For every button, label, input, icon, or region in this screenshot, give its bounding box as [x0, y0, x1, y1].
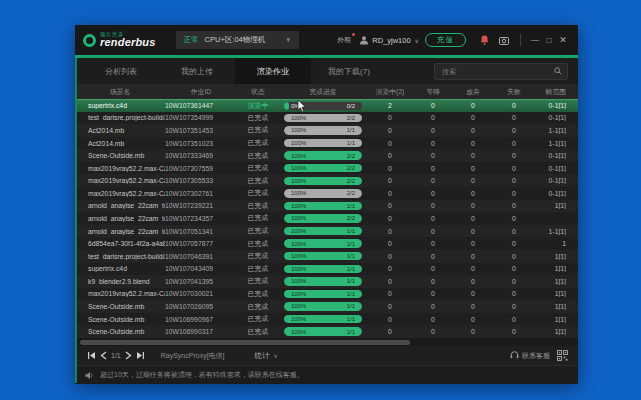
failed-count: 0: [493, 328, 535, 335]
waiting-count: 0: [413, 278, 453, 285]
column-header-rendering[interactable]: 渲染中(2): [367, 87, 413, 97]
progress-percent: 100%: [291, 278, 306, 284]
failed-count: 0: [493, 303, 535, 310]
failed-count: 0: [493, 215, 535, 222]
table-row[interactable]: arnold_anaylse_22cam_test... 10W10723435…: [75, 212, 578, 225]
table-row[interactable]: max2019vray52.2.max-Cam... 10W107305533 …: [75, 174, 578, 187]
last-page-button[interactable]: [135, 350, 147, 362]
waiting-count: 0: [413, 102, 453, 109]
job-id: 10W107051341: [165, 228, 237, 235]
notification-bell-icon[interactable]: [479, 35, 490, 46]
scrollbar-thumb[interactable]: [80, 340, 410, 345]
table-row[interactable]: arnold_anaylse_22cam_test... 10W10723922…: [75, 200, 578, 213]
progress-bar: 100% 1/1: [284, 202, 362, 211]
failed-count: 0: [493, 290, 535, 297]
table-row[interactable]: max2019vray52.2.max-Cam... 10W107307559 …: [75, 162, 578, 175]
render-zone-dropdown[interactable]: 正常 CPU+区:04物理机 ▼: [176, 31, 300, 49]
scene-name: arnold_anaylse_22cam_test...: [75, 228, 165, 235]
table-row[interactable]: max2019vray52.2.max-Cam... 10W107302761 …: [75, 187, 578, 200]
column-header-status[interactable]: 状态: [237, 87, 279, 97]
column-header-failed[interactable]: 失败: [493, 87, 535, 97]
table-row[interactable]: Scene-Outside.mb 10W107333469 已完成 100% 2…: [75, 149, 578, 162]
abandoned-count: 0: [453, 215, 493, 222]
table-row[interactable]: Scene-Outside.mb 10W106990317 已完成 100% 1…: [75, 325, 578, 338]
abandoned-count: 0: [453, 328, 493, 335]
table-row[interactable]: supertrix.c4d 10W107361447 渲染中 0% 0/2 2 …: [75, 99, 578, 112]
progress-fill: [284, 102, 289, 111]
progress-percent: 100%: [291, 190, 306, 196]
status-label: 已完成: [237, 113, 279, 123]
qr-code-icon[interactable]: [557, 350, 568, 361]
abandoned-count: 0: [453, 127, 493, 134]
stats-dropdown[interactable]: 统计∨: [255, 351, 278, 361]
frame-range: 1[1]: [535, 303, 578, 310]
waiting-count: 0: [413, 253, 453, 260]
waiting-count: 0: [413, 328, 453, 335]
scene-name: Scene-Outside.mb: [75, 316, 165, 323]
status-label: 渲染中: [237, 101, 279, 111]
column-header-frames[interactable]: 帧范围: [535, 87, 578, 97]
search-input[interactable]: [440, 67, 554, 76]
waiting-count: 0: [413, 165, 453, 172]
progress-fraction: 2/2: [347, 153, 355, 159]
table-row[interactable]: supertrix.c4d 10W107043409 已完成 100% 1/1 …: [75, 263, 578, 276]
tab-render-jobs[interactable]: 渲染作业: [235, 58, 311, 84]
status-label: 已完成: [237, 151, 279, 161]
footer-bar: 1/1 RaySyncProxy[电信] 统计∨ 联系客服: [75, 346, 578, 365]
prev-page-button[interactable]: [97, 350, 109, 362]
tab-my-uploads[interactable]: 我的上传: [159, 58, 235, 84]
first-page-button[interactable]: [85, 350, 97, 362]
table-row[interactable]: Scene-Outside.mb 10W106990967 已完成 100% 1…: [75, 313, 578, 326]
progress-fraction: 0/2: [347, 103, 355, 109]
table-row[interactable]: test_darisre.project-build//... 10W10704…: [75, 250, 578, 263]
column-header-progress[interactable]: 完成进度: [279, 87, 367, 97]
next-page-button[interactable]: [123, 350, 135, 362]
progress-fraction: 2/2: [347, 215, 355, 221]
account-type-tag[interactable]: 外租: [337, 35, 351, 45]
search-box: [434, 63, 568, 80]
table-row[interactable]: arnold_anaylse_22cam_test... 10W10705134…: [75, 225, 578, 238]
progress-bar: 100% 1/1: [284, 277, 362, 286]
progress-fraction: 1/1: [347, 266, 355, 272]
table-row[interactable]: 6d854ea7-30f1-4f2a-a4a8-1... 10W10705787…: [75, 237, 578, 250]
screenshot-icon[interactable]: [498, 35, 509, 46]
job-id: 10W107057877: [165, 240, 237, 247]
recharge-button[interactable]: 充值: [425, 33, 466, 47]
progress-percent: 100%: [291, 127, 306, 133]
progress-bar: 100% 2/2: [284, 114, 362, 123]
progress-bar: 100% 1/1: [284, 265, 362, 274]
table-row[interactable]: k9_blender2.9.blend 10W107041395 已完成 100…: [75, 275, 578, 288]
minimize-button[interactable]: —: [528, 35, 542, 45]
progress-fraction: 1/1: [347, 316, 355, 322]
table-body: supertrix.c4d 10W107361447 渲染中 0% 0/2 2 …: [75, 99, 578, 338]
table-row[interactable]: Scene-Outside.mb 10W107026095 已完成 100% 1…: [75, 300, 578, 313]
contact-support-button[interactable]: 联系客服: [510, 351, 550, 361]
job-id: 10W106990967: [165, 316, 237, 323]
tab-analysis-list[interactable]: 分析列表: [83, 58, 159, 84]
job-id: 10W107302761: [165, 190, 237, 197]
scene-name: supertrix.c4d: [75, 102, 165, 109]
close-button[interactable]: ✕: [556, 35, 570, 45]
user-menu-chevron-icon[interactable]: ∨: [415, 37, 419, 44]
column-header-abandoned[interactable]: 放弃: [453, 87, 493, 97]
rendering-count: 0: [367, 152, 413, 159]
rendering-count: 0: [367, 253, 413, 260]
table-row[interactable]: max2019vray52.2.max-Cam... 10W107030021 …: [75, 288, 578, 301]
table-row[interactable]: Act2014.mb 10W107351023 已完成 100% 1/1 0 0…: [75, 137, 578, 150]
frame-range: 1[1]: [535, 265, 578, 272]
status-label: 已完成: [237, 327, 279, 337]
column-header-scene[interactable]: 场景名: [75, 87, 165, 97]
progress-bar: 100% 1/1: [284, 327, 362, 336]
waiting-count: 0: [413, 190, 453, 197]
progress-percent: 100%: [291, 329, 306, 335]
progress-bar: 100% 2/2: [284, 214, 362, 223]
table-row[interactable]: test_darisre.project-build//... 10W10735…: [75, 112, 578, 125]
abandoned-count: 0: [453, 316, 493, 323]
column-header-job-id[interactable]: 作业ID: [165, 87, 237, 97]
table-row[interactable]: Act2014.mb 10W107351453 已完成 100% 1/1 0 0…: [75, 124, 578, 137]
tab-my-downloads[interactable]: 我的下载(7): [311, 58, 387, 84]
scene-name: test_darisre.project-build//...: [75, 114, 165, 121]
username[interactable]: RD_yjw100: [372, 36, 410, 45]
column-header-waiting[interactable]: 等待: [413, 87, 453, 97]
maximize-button[interactable]: □: [542, 35, 556, 45]
